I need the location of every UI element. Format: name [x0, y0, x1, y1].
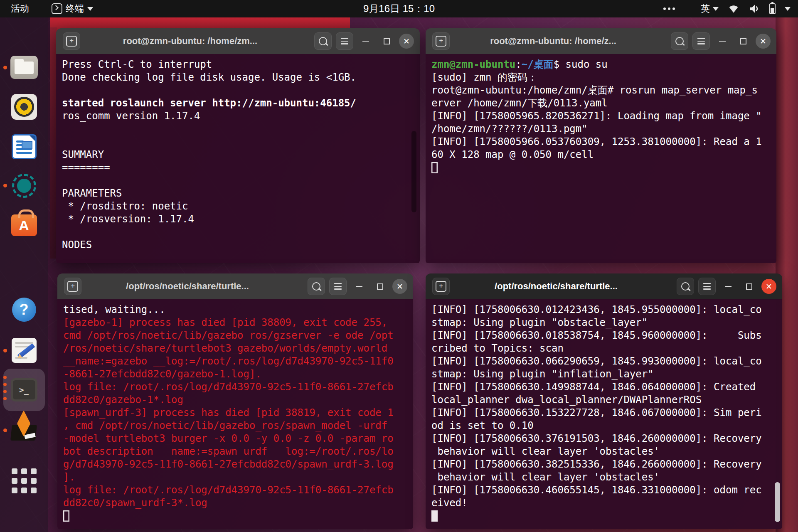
terminal-output[interactable]: [INFO] [1758006630.012423436, 1845.95500… [426, 299, 782, 529]
input-method-label: 英 [701, 2, 710, 15]
terminal-text: local_planner dwa_local_planner/DWAPlann… [431, 394, 702, 406]
minimize-icon [356, 286, 362, 287]
terminal-line: root@zmn-ubuntu:/home/zmn/桌面# rosrun map… [431, 84, 776, 97]
scrollbar[interactable] [775, 482, 780, 522]
close-button[interactable]: ✕ [756, 34, 771, 49]
input-method-menu[interactable]: 英 [701, 2, 719, 15]
close-button[interactable]: ✕ [392, 279, 407, 294]
window-title: root@zmn-ubuntu: /home/zm... [94, 36, 287, 47]
maximize-icon [384, 38, 390, 44]
scrollbar[interactable] [411, 131, 416, 212]
terminal-line: dd82c0/gazebo-1*.log [63, 394, 413, 406]
search-button[interactable] [671, 32, 688, 50]
terminal-line: [INFO] [1758006630.012423436, 1845.95500… [431, 303, 782, 316]
new-tab-button[interactable]: + [432, 32, 450, 50]
maximize-button[interactable] [378, 28, 395, 54]
terminal-line: [INFO] [1758005966.053760309, 1253.38100… [431, 135, 776, 148]
terminal-text: ~/桌面 [522, 59, 554, 70]
terminal-text: bot_description __name:=spawn_urdf __log… [63, 446, 394, 457]
dock-item-files[interactable] [0, 56, 48, 79]
wifi-icon [728, 4, 739, 14]
window-titlebar[interactable]: + root@zmn-ubuntu: /home/z... ✕ [426, 28, 776, 54]
terminal-output[interactable]: zmn@zmn-ubuntu:~/桌面$ sudo su[sudo] zmn 的… [426, 54, 776, 263]
dock-item-remote-circle-app[interactable] [0, 174, 48, 198]
maximize-button[interactable] [372, 273, 388, 299]
minimize-icon [725, 286, 732, 287]
maximize-button[interactable] [735, 28, 751, 54]
terminal-text: zmn@zmn-ubuntu [431, 59, 515, 70]
close-icon: ✕ [760, 37, 766, 46]
book-diamond-icon [10, 416, 38, 441]
terminal-text: erver /home/zmn/下载/0113.yaml [431, 97, 608, 109]
terminal-line: /ros/noetic/share/turtlebot3_gazebo/worl… [63, 342, 413, 355]
menu-button[interactable] [698, 278, 716, 295]
minimize-button[interactable] [351, 273, 367, 299]
menu-button[interactable] [692, 32, 710, 50]
close-button[interactable]: ✕ [761, 279, 776, 294]
minimize-button[interactable] [357, 28, 374, 54]
new-tab-button[interactable]: + [63, 32, 80, 50]
chevron-down-icon [713, 7, 719, 11]
maximize-button[interactable] [741, 273, 757, 299]
terminal-text: [INFO] [1758006630.376191503, 1846.26000… [431, 433, 762, 444]
dock-item-book-diamond-app[interactable] [0, 416, 48, 441]
dock-item-ubuntu-software[interactable]: A [0, 214, 48, 236]
dock-item-libreoffice-writer[interactable] [0, 134, 48, 159]
terminal-line: g/d7d43970-92c5-11f0-8661-27efcbdd82c0/s… [63, 458, 413, 471]
close-button[interactable]: ✕ [399, 34, 414, 49]
terminal-text: log file: /root/.ros/log/d7d43970-92c5-1… [63, 484, 394, 496]
hamburger-icon [334, 283, 342, 290]
clock-label: 9月16日 15：10 [363, 2, 435, 15]
terminal-line: Press Ctrl-C to interrupt [62, 58, 420, 71]
terminal-line [62, 84, 420, 97]
terminal-line: [INFO] [1758006630.066290659, 1845.99300… [431, 355, 782, 368]
system-tray[interactable]: 英 [663, 0, 791, 17]
terminal-text: , cmd /opt/ros/noetic/lib/gazebo_ros/spa… [63, 420, 387, 431]
minimize-button[interactable] [720, 273, 736, 299]
terminal-text: /ros/noetic/share/turtlebot3_gazebo/worl… [63, 342, 387, 354]
search-button[interactable] [308, 278, 325, 295]
terminal-line: ======== [62, 161, 420, 174]
search-icon [675, 37, 684, 45]
more-indicator-icon[interactable] [663, 7, 675, 10]
terminal-text: cribed to Topics: scan [431, 342, 564, 354]
app-grid-icon [12, 468, 37, 493]
terminal-output[interactable]: tised, waiting...[gazebo-1] process has … [57, 299, 413, 529]
terminal-text: [INFO] [1758006630.066290659, 1845.99300… [431, 355, 762, 367]
menu-button[interactable] [329, 278, 347, 295]
terminal-line [62, 174, 420, 187]
show-applications-button[interactable] [0, 468, 48, 493]
terminal-line: log file: /root/.ros/log/d7d43970-92c5-1… [63, 484, 413, 497]
terminal-line: ]. [63, 471, 413, 484]
search-button[interactable] [677, 278, 694, 295]
window-titlebar[interactable]: + /opt/ros/noetic/share/turtle... ✕ [57, 273, 413, 300]
window-titlebar[interactable]: + root@zmn-ubuntu: /home/zm... ✕ [56, 28, 420, 54]
terminal-text: * /rosdistro: noetic [62, 200, 188, 212]
terminal-output[interactable]: Press Ctrl-C to interruptDone checking l… [56, 54, 420, 263]
terminal-text: behavior will clear layer 'obstacles' [431, 446, 660, 457]
new-tab-button[interactable]: + [64, 278, 81, 295]
volume-icon [749, 4, 760, 14]
terminal-text: SUMMARY [62, 149, 104, 160]
search-button[interactable] [314, 32, 332, 50]
terminal-cursor [63, 510, 69, 522]
terminal-text: __name:=gazebo __log:=/root/.ros/log/d7d… [63, 355, 394, 367]
window-titlebar[interactable]: + /opt/ros/noetic/share/turtle... ✕ [426, 273, 782, 300]
terminal-text: $ sudo su [554, 59, 608, 70]
dock-item-rhythmbox[interactable] [0, 94, 48, 120]
terminal-text: [gazebo-1] process has died [pid 38809, … [63, 317, 387, 328]
maximize-icon [746, 283, 752, 290]
terminal-line: , cmd /opt/ros/noetic/lib/gazebo_ros/spa… [63, 419, 413, 432]
terminal-line: * /rosdistro: noetic [62, 200, 420, 213]
terminal-line: [spawn_urdf-3] process has died [pid 388… [63, 406, 413, 419]
dock-item-terminal[interactable]: >_ [0, 378, 48, 401]
new-tab-button[interactable]: + [432, 278, 450, 295]
dock-item-text-editor[interactable] [0, 338, 48, 363]
terminal-line: od is set to 0.10 [431, 419, 782, 432]
dock-item-help[interactable]: ? [0, 298, 48, 322]
maximize-icon [740, 38, 746, 44]
menu-button[interactable] [336, 32, 353, 50]
minimize-button[interactable] [714, 28, 731, 54]
terminal-line: [INFO] [1758006630.153227728, 1846.06700… [431, 406, 782, 419]
chevron-down-icon [785, 7, 791, 11]
